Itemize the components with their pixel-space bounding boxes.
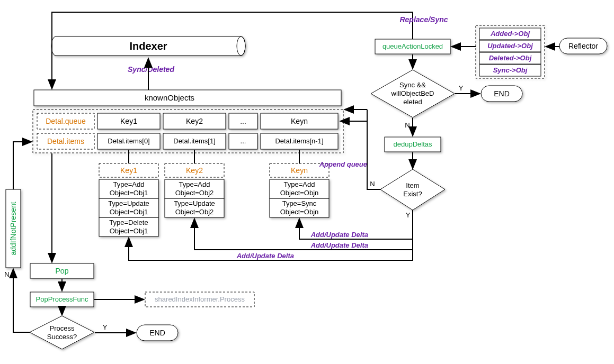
svg-text:Type=Add: Type=Add bbox=[284, 180, 315, 188]
svg-text:Add/Update Delta: Add/Update Delta bbox=[236, 252, 294, 260]
detal-queue-label: Detal.queue bbox=[46, 117, 86, 125]
svg-text:Key1: Key1 bbox=[120, 166, 137, 175]
svg-text:Key1: Key1 bbox=[120, 117, 137, 125]
keybox-1: Key1 Type=Add Object=Obj1 Type=Update Ob… bbox=[99, 163, 158, 236]
sync-deleted-label: Sync/Deleted bbox=[128, 65, 174, 74]
svg-text:Success?: Success? bbox=[47, 333, 77, 341]
svg-text:Y: Y bbox=[406, 211, 411, 219]
diagram-canvas: Indexer Sync/Deleted knownObjects Detal.… bbox=[0, 0, 614, 364]
svg-text:Sync &&: Sync && bbox=[399, 81, 426, 89]
svg-text:eleted: eleted bbox=[403, 98, 422, 106]
svg-text:Object=Obj2: Object=Obj2 bbox=[175, 208, 214, 216]
svg-text:Type=Update: Type=Update bbox=[174, 199, 215, 207]
svg-text:Y: Y bbox=[103, 323, 108, 331]
queue-action-locked-label: queueActionLocked bbox=[382, 42, 443, 50]
detal-queue-cells: Key1 Key2 ... Keyn bbox=[97, 113, 338, 129]
svg-text:willObjectBeD: willObjectBeD bbox=[391, 89, 434, 97]
add-if-not-present-label: addIfNotPresent bbox=[9, 202, 17, 255]
svg-text:Object=Obj1: Object=Obj1 bbox=[110, 189, 148, 197]
svg-text:Add/Update Delta: Add/Update Delta bbox=[310, 241, 368, 249]
svg-text:Process: Process bbox=[50, 324, 75, 332]
svg-text:Keyn: Keyn bbox=[291, 117, 308, 125]
shared-informer-label: sharedIndexInformer.Process bbox=[155, 295, 245, 303]
arrow-append-queue bbox=[341, 121, 380, 189]
svg-text:Key2: Key2 bbox=[186, 166, 203, 175]
keybox-2: Key2 Type=Add Object=Obj2 Type=Update Ob… bbox=[165, 163, 224, 217]
reflector-label: Reflector bbox=[568, 42, 598, 50]
svg-text:Item: Item bbox=[406, 181, 419, 189]
svg-text:Type=Add: Type=Add bbox=[179, 180, 210, 188]
svg-text:Detal.items[1]: Detal.items[1] bbox=[173, 137, 215, 145]
svg-text:Type=Delete: Type=Delete bbox=[109, 219, 148, 226]
dedup-deltas-label: dedupDeltas bbox=[394, 140, 432, 148]
svg-text:...: ... bbox=[240, 117, 246, 125]
svg-text:N: N bbox=[405, 121, 410, 129]
replace-sync-label: Replace/Sync bbox=[399, 15, 448, 24]
pop-process-func-label: PopProcessFunc bbox=[36, 295, 88, 303]
known-objects-label: knownObjects bbox=[145, 93, 194, 102]
detal-items-label: Detal.items bbox=[47, 137, 84, 145]
svg-text:Object=Objn: Object=Objn bbox=[280, 208, 319, 216]
svg-text:Sync->Obj: Sync->Obj bbox=[493, 66, 528, 74]
events-list: Added->Obj Updated->Obj Deleted->Obj Syn… bbox=[479, 28, 541, 76]
svg-text:Object=Obj2: Object=Obj2 bbox=[175, 189, 214, 197]
pop-label: Pop bbox=[56, 267, 69, 275]
indexer-label: Indexer bbox=[129, 40, 167, 52]
svg-text:Detal.items[n-1]: Detal.items[n-1] bbox=[275, 137, 323, 145]
svg-text:N: N bbox=[370, 180, 375, 188]
svg-text:Keyn: Keyn bbox=[291, 166, 308, 175]
svg-text:Type=Sync: Type=Sync bbox=[282, 199, 317, 207]
svg-text:Object=Objn: Object=Objn bbox=[280, 189, 319, 197]
end-right-label: END bbox=[494, 89, 510, 98]
detal-items-cells: Detal.items[0] Detal.items[1] ... Detal.… bbox=[97, 133, 338, 149]
svg-text:Added->Obj: Added->Obj bbox=[490, 30, 530, 38]
svg-text:Exist?: Exist? bbox=[403, 190, 422, 198]
svg-text:Updated->Obj: Updated->Obj bbox=[487, 42, 533, 50]
arrow-addifnotpresent-to-detal bbox=[13, 142, 31, 189]
svg-text:N: N bbox=[4, 270, 9, 278]
svg-text:Detal.items[0]: Detal.items[0] bbox=[108, 137, 149, 145]
svg-text:Type=Add: Type=Add bbox=[113, 180, 145, 188]
end-left-label: END bbox=[149, 329, 165, 337]
svg-text:Add/Update Delta: Add/Update Delta bbox=[310, 231, 368, 239]
svg-text:Key2: Key2 bbox=[186, 117, 203, 125]
svg-text:Y: Y bbox=[459, 84, 464, 92]
append-queue-label: Append queue bbox=[319, 160, 367, 168]
arrow-process-fail-to-addif bbox=[13, 270, 30, 332]
svg-text:...: ... bbox=[241, 137, 246, 145]
svg-text:Deleted->Obj: Deleted->Obj bbox=[489, 54, 532, 62]
svg-text:Object=Obj1: Object=Obj1 bbox=[110, 208, 148, 216]
svg-text:Type=Update: Type=Update bbox=[108, 199, 149, 207]
keybox-n: Keyn Type=Add Object=Objn Type=Sync Obje… bbox=[270, 163, 329, 217]
svg-text:Object=Obj1: Object=Obj1 bbox=[110, 227, 148, 235]
